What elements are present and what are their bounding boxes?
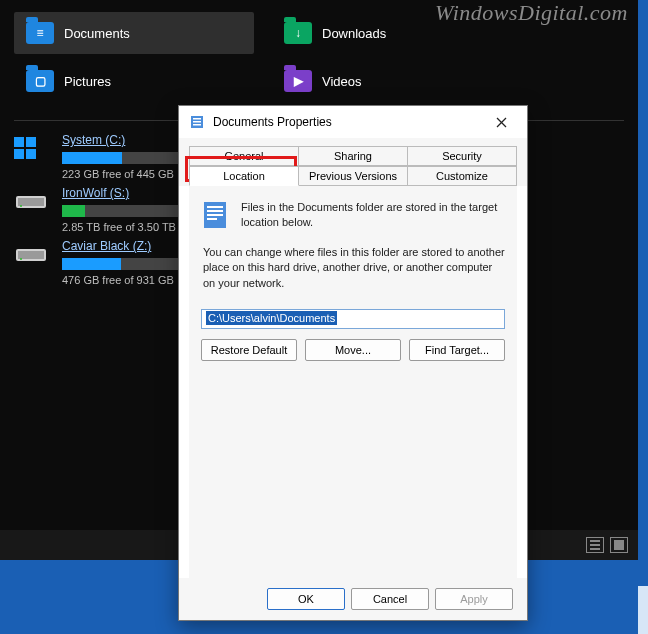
svg-rect-5 <box>18 198 44 206</box>
library-item-pictures[interactable]: ▢ Pictures <box>14 60 254 102</box>
document-icon <box>201 200 231 230</box>
location-description-2: You can change where files in this folde… <box>203 245 505 291</box>
tab-customize[interactable]: Customize <box>408 166 517 186</box>
tab-panel-location: Files in the Documents folder are stored… <box>189 186 517 578</box>
dialog-app-icon <box>189 114 205 130</box>
taskbar-edge <box>638 586 648 634</box>
dialog-title: Documents Properties <box>213 115 473 129</box>
drive-name[interactable]: System (C:) <box>62 133 125 147</box>
svg-rect-3 <box>26 149 36 159</box>
drive-usage-bar <box>62 152 182 164</box>
system-drive-icon <box>14 137 50 159</box>
drive-usage-bar <box>62 258 182 270</box>
drive-name[interactable]: IronWolf (S:) <box>62 186 129 200</box>
dialog-footer: OK Cancel Apply <box>179 578 527 620</box>
ok-button[interactable]: OK <box>267 588 345 610</box>
documents-folder-icon: ≡ <box>26 22 54 44</box>
cancel-button[interactable]: Cancel <box>351 588 429 610</box>
svg-rect-0 <box>14 137 24 147</box>
svg-rect-12 <box>193 121 201 123</box>
library-label: Videos <box>322 74 362 89</box>
drive-usage-bar <box>62 205 182 217</box>
library-item-videos[interactable]: ▶ Videos <box>272 60 512 102</box>
restore-default-button[interactable]: Restore Default <box>201 339 297 361</box>
svg-rect-18 <box>207 210 223 212</box>
tab-general[interactable]: General <box>189 146 299 166</box>
properties-dialog: Documents Properties General Sharing Sec… <box>178 105 528 621</box>
svg-rect-8 <box>18 251 44 259</box>
view-details-icon[interactable] <box>586 537 604 553</box>
svg-rect-13 <box>193 124 201 126</box>
svg-rect-17 <box>207 206 223 208</box>
svg-rect-2 <box>14 149 24 159</box>
dialog-titlebar[interactable]: Documents Properties <box>179 106 527 138</box>
close-button[interactable] <box>481 107 521 137</box>
view-tiles-icon[interactable] <box>610 537 628 553</box>
tab-previous-versions[interactable]: Previous Versions <box>299 166 408 186</box>
tab-security[interactable]: Security <box>408 146 517 166</box>
hdd-drive-icon <box>14 243 50 265</box>
library-label: Pictures <box>64 74 111 89</box>
location-description-1: Files in the Documents folder are stored… <box>241 200 505 231</box>
svg-point-6 <box>20 205 22 207</box>
library-label: Downloads <box>322 26 386 41</box>
svg-rect-20 <box>207 218 217 220</box>
svg-rect-1 <box>26 137 36 147</box>
library-item-documents[interactable]: ≡ Documents <box>14 12 254 54</box>
svg-rect-19 <box>207 214 223 216</box>
pictures-folder-icon: ▢ <box>26 70 54 92</box>
drive-name[interactable]: Caviar Black (Z:) <box>62 239 151 253</box>
library-item-downloads[interactable]: ↓ Downloads <box>272 12 512 54</box>
find-target-button[interactable]: Find Target... <box>409 339 505 361</box>
move-button[interactable]: Move... <box>305 339 401 361</box>
svg-point-9 <box>20 258 22 260</box>
location-path-value: C:\Users\alvin\Documents <box>206 311 337 325</box>
tab-location[interactable]: Location <box>189 166 299 186</box>
tab-sharing[interactable]: Sharing <box>299 146 408 166</box>
hdd-drive-icon <box>14 190 50 212</box>
dialog-tabs: General Sharing Security Location Previo… <box>179 138 527 186</box>
close-icon <box>496 117 507 128</box>
svg-rect-11 <box>193 118 201 120</box>
library-label: Documents <box>64 26 130 41</box>
videos-folder-icon: ▶ <box>284 70 312 92</box>
location-path-input[interactable]: C:\Users\alvin\Documents <box>201 309 505 329</box>
downloads-folder-icon: ↓ <box>284 22 312 44</box>
apply-button[interactable]: Apply <box>435 588 513 610</box>
